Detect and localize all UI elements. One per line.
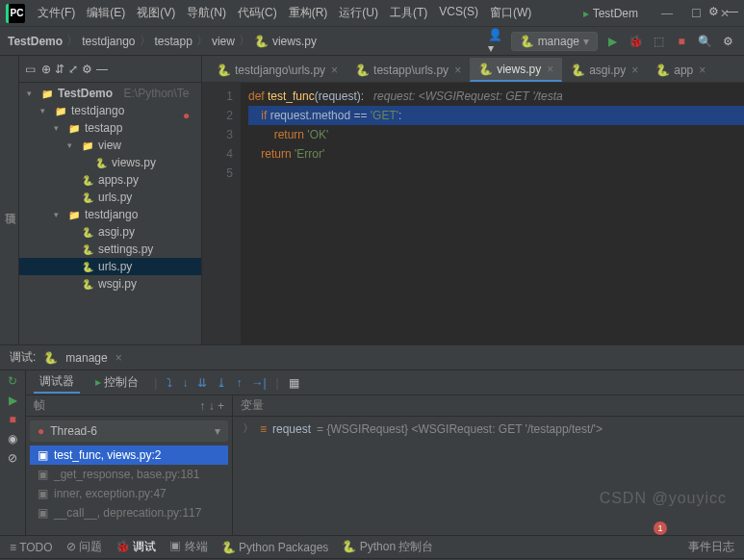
menu-run[interactable]: 运行(U): [334, 3, 383, 23]
tree-item[interactable]: ▾📁view: [19, 137, 201, 154]
editor-tabs: 🐍testdjango\urls.py×🐍testapp\urls.py×🐍vi…: [202, 56, 744, 83]
debug-toolbar: 调试器 ▸ 控制台 | ⤵ ↓ ⇊ ⤓ ↑ →| | ▦: [26, 370, 744, 395]
step-over-icon[interactable]: ⤵: [167, 376, 172, 390]
todo-tab[interactable]: ≡ TODO: [10, 541, 53, 554]
stack-frame[interactable]: ▣inner, exception.py:47: [30, 484, 228, 503]
variable-row[interactable]: 〉 ≡ request = {WSGIRequest} <WSGIRequest…: [233, 417, 744, 441]
debugger-tab[interactable]: 调试器: [34, 371, 80, 394]
menu-vcs[interactable]: VCS(S): [434, 3, 483, 23]
left-tool-stripe[interactable]: 项目: [0, 56, 19, 344]
close-tab-icon[interactable]: ×: [454, 64, 461, 77]
menu-view[interactable]: 视图(V): [132, 3, 180, 23]
stop-button[interactable]: ■: [9, 413, 15, 426]
console-tab[interactable]: ▸ 控制台: [90, 372, 144, 393]
stop-button[interactable]: ■: [673, 33, 690, 50]
editor-gutter[interactable]: 1 ●2 3 4 5: [202, 83, 241, 344]
user-icon[interactable]: 👤▾: [488, 33, 505, 50]
settings-icon[interactable]: ⚙: [82, 63, 92, 76]
stack-frame[interactable]: ▣test_func, views.py:2: [30, 445, 228, 465]
tree-item[interactable]: ▾📁testapp: [19, 119, 201, 137]
problems-tab[interactable]: ⊘ 问题: [66, 539, 102, 555]
editor-tab[interactable]: 🐍views.py×: [470, 58, 562, 82]
step-into-icon[interactable]: ↓: [182, 376, 188, 390]
add-icon[interactable]: +: [218, 399, 224, 413]
debug-tool-window: 调试: 🐍manage × ⚙ — ↻ ▶ ■ ◉ ⊘ 调试器 ▸ 控制台 | …: [0, 344, 744, 535]
close-tab-icon[interactable]: ×: [699, 64, 706, 77]
gear-icon[interactable]: ⚙: [708, 5, 719, 18]
search-icon[interactable]: 🔍: [696, 33, 713, 50]
menu-tools[interactable]: 工具(T): [385, 3, 432, 23]
tree-item[interactable]: ▾📁testdjango: [19, 206, 201, 223]
bottom-tool-stripe: ≡ TODO ⊘ 问题 🐞 调试 ▣ 终端 🐍 Python Packages …: [0, 535, 744, 558]
notification-badge[interactable]: 1: [654, 522, 667, 535]
run-config-selector[interactable]: 🐍manage▾: [511, 32, 598, 51]
coverage-button[interactable]: ⬚: [650, 33, 667, 50]
view-breakpoints-button[interactable]: ◉: [8, 432, 17, 445]
editor-tab[interactable]: 🐍testapp\urls.py×: [346, 59, 470, 82]
menu-file[interactable]: 文件(F): [33, 3, 80, 23]
tree-item[interactable]: 🐍apps.py: [19, 171, 201, 189]
close-tab-icon[interactable]: ×: [631, 64, 638, 77]
variables-panel: 变量 〉 ≡ request = {WSGIRequest} <WSGIRequ…: [233, 395, 744, 535]
breadcrumb[interactable]: TestDemo〉 testdjango〉 testapp〉 view〉 🐍vi…: [8, 33, 488, 49]
menu-edit[interactable]: 编辑(E): [82, 3, 130, 23]
tree-item[interactable]: ▾📁testdjango: [19, 102, 201, 119]
debug-button[interactable]: 🐞: [627, 33, 644, 50]
main-area: 项目 ▭ ⊕ ⇵ ⤢ ⚙ — ▾📁 TestDemo E:\Python\Te …: [0, 56, 744, 344]
python-console-tab[interactable]: 🐍 Python 控制台: [342, 539, 433, 555]
minimize-button[interactable]: —: [654, 4, 680, 23]
tree-root[interactable]: ▾📁 TestDemo E:\Python\Te: [19, 85, 201, 102]
stack-frame[interactable]: ▣_get_response, base.py:181: [30, 465, 228, 484]
run-button[interactable]: ▶: [603, 33, 621, 50]
project-header: ▭ ⊕ ⇵ ⤢ ⚙ —: [19, 56, 201, 83]
editor-tab[interactable]: 🐍asgi.py×: [562, 59, 647, 82]
breakpoint-icon[interactable]: ●: [183, 106, 190, 125]
expand-icon[interactable]: ⇵: [55, 63, 64, 76]
mute-breakpoints-button[interactable]: ⊘: [8, 451, 17, 465]
locate-icon[interactable]: ⊕: [41, 63, 51, 76]
close-tab-icon[interactable]: ×: [115, 351, 122, 365]
collapse-icon[interactable]: ⤢: [68, 63, 78, 76]
hide-icon[interactable]: —: [96, 63, 108, 76]
step-into-my-icon[interactable]: ⇊: [197, 376, 207, 390]
stack-frame[interactable]: ▣__call__, deprecation.py:117: [30, 503, 228, 522]
tree-item[interactable]: 🐍asgi.py: [19, 223, 201, 241]
menu-refactor[interactable]: 重构(R): [284, 3, 333, 23]
menu-code[interactable]: 代码(C): [233, 3, 282, 23]
force-step-icon[interactable]: ⤓: [217, 376, 226, 390]
terminal-tab[interactable]: ▣ 终端: [169, 539, 207, 555]
thread-selector[interactable]: ●Thread-6▾: [30, 420, 228, 442]
variables-title: 变量: [233, 395, 744, 417]
next-frame-icon[interactable]: ↓: [209, 399, 215, 413]
menu-nav[interactable]: 导航(N): [182, 3, 231, 23]
editor-tab[interactable]: 🐍app×: [647, 59, 714, 82]
menu-window[interactable]: 窗口(W): [485, 3, 536, 23]
step-out-icon[interactable]: ↑: [236, 376, 242, 390]
prev-frame-icon[interactable]: ↑: [199, 399, 205, 413]
run-to-cursor-icon[interactable]: →|: [251, 376, 266, 390]
code-editor[interactable]: 1 ●2 3 4 5 def test_func(request): reque…: [202, 83, 744, 344]
hide-icon[interactable]: —: [727, 5, 738, 18]
pycharm-logo-icon: PC: [6, 4, 25, 23]
maximize-button[interactable]: ☐: [682, 4, 709, 23]
frames-panel: 帧 ↑ ↓ + ●Thread-6▾ ▣test_func, views.py:…: [26, 395, 233, 535]
debug-tab[interactable]: 🐞 调试: [115, 539, 156, 555]
rerun-button[interactable]: ↻: [8, 374, 17, 388]
close-tab-icon[interactable]: ×: [547, 63, 553, 76]
project-tree[interactable]: ▾📁 TestDemo E:\Python\Te ▾📁testdjango▾📁t…: [19, 83, 201, 344]
evaluate-icon[interactable]: ▦: [289, 376, 299, 390]
tree-item[interactable]: 🐍views.py: [19, 154, 201, 171]
settings-icon[interactable]: ⚙: [719, 33, 736, 50]
tree-item[interactable]: 🐍urls.py: [19, 258, 201, 275]
debug-header: 调试: 🐍manage × ⚙ —: [0, 345, 744, 370]
editor-tab[interactable]: 🐍testdjango\urls.py×: [208, 59, 346, 82]
python-packages-tab[interactable]: 🐍 Python Packages: [221, 541, 329, 554]
event-log-tab[interactable]: 事件日志: [688, 539, 734, 555]
project-view-icon[interactable]: ▭: [25, 63, 36, 76]
tree-item[interactable]: 🐍wsgi.py: [19, 275, 201, 293]
main-menu: 文件(F) 编辑(E) 视图(V) 导航(N) 代码(C) 重构(R) 运行(U…: [33, 3, 583, 23]
close-tab-icon[interactable]: ×: [331, 64, 338, 77]
tree-item[interactable]: 🐍settings.py: [19, 241, 201, 258]
resume-button[interactable]: ▶: [9, 394, 17, 407]
tree-item[interactable]: 🐍urls.py: [19, 189, 201, 206]
